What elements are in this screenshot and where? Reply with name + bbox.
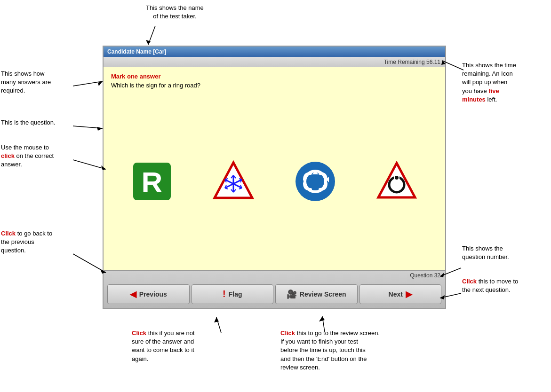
- arrow-timer: [440, 58, 466, 72]
- annotation-answers-text: This shows howmany answers arerequired.: [1, 70, 51, 94]
- next-arrow-icon: ▶: [406, 289, 412, 299]
- arrow-top-center: [141, 24, 169, 49]
- question-area: Mark one answer Which is the sign for a …: [104, 67, 445, 270]
- flag-button[interactable]: ! Flag: [192, 284, 274, 304]
- arrow-click: [71, 155, 113, 174]
- svg-marker-35: [101, 165, 106, 170]
- flag-icon: !: [223, 289, 226, 299]
- annotation-question-text: This is the question.: [1, 119, 56, 126]
- timer-label: Time Remaining 56.11: [384, 59, 440, 65]
- question-text: Which is the sign for a ring road?: [111, 82, 438, 89]
- footer-bar: Question 32 ◀ Previous ! Flag 🎥 Review S…: [104, 270, 445, 308]
- roundabout-sign: [294, 160, 336, 203]
- review-label: Review Screen: [300, 290, 346, 298]
- window-title: Candidate Name [Car]: [107, 48, 166, 55]
- review-screen-button[interactable]: 🎥 Review Screen: [275, 284, 358, 304]
- annotation-review-text: Click this to go to the review screen.If…: [280, 329, 380, 371]
- question-number-bar: Question 32: [104, 271, 445, 280]
- annotation-click-text: Use the mouse toclick on the correctansw…: [1, 144, 54, 168]
- annotation-next: Click this to move tothe next question.: [462, 277, 549, 294]
- answer-ring-road[interactable]: R: [126, 156, 178, 207]
- annotation-flag-text: Click this if you are notsure of the ans…: [132, 329, 195, 362]
- svg-marker-45: [319, 316, 325, 321]
- svg-line-28: [442, 61, 463, 70]
- annotation-next-text: Click this to move tothe next question.: [462, 278, 518, 293]
- timer-bar: Time Remaining 56.11: [104, 57, 445, 67]
- svg-line-30: [73, 81, 103, 86]
- give-way-sign: [375, 160, 418, 203]
- answer-icy-road[interactable]: [208, 156, 259, 207]
- annotation-answers: This shows howmany answers arerequired.: [1, 70, 79, 95]
- mark-one-answer: Mark one answer: [111, 73, 438, 80]
- arrow-back: [71, 249, 113, 275]
- svg-marker-33: [97, 127, 103, 131]
- arrow-next: [438, 289, 463, 305]
- flag-label: Flag: [229, 290, 242, 298]
- annotation-qnum-text: This shows thequestion number.: [462, 245, 509, 260]
- svg-marker-41: [440, 295, 445, 299]
- annotation-top-center-text: This shows the nameof the test taker.: [146, 4, 204, 20]
- question-number: Question 32: [410, 272, 440, 279]
- svg-text:R: R: [141, 166, 162, 198]
- review-icon: 🎥: [287, 289, 297, 299]
- main-window: Candidate Name [Car] Time Remaining 56.1…: [103, 46, 446, 309]
- svg-marker-39: [440, 273, 444, 277]
- arrow-qnum: [438, 263, 463, 280]
- nav-buttons: ◀ Previous ! Flag 🎥 Review Screen Next ▶: [104, 280, 445, 308]
- icy-road-sign: [212, 160, 255, 203]
- previous-arrow-icon: ◀: [130, 289, 136, 299]
- next-button[interactable]: Next ▶: [359, 284, 442, 304]
- ring-road-sign: R: [131, 160, 173, 203]
- answer-roundabout[interactable]: [289, 156, 341, 207]
- arrow-review: [315, 314, 334, 333]
- annotation-flag: Click this if you are notsure of the ans…: [132, 329, 240, 363]
- annotation-timer: This shows the timeremaining. An Iconwil…: [462, 61, 549, 104]
- answer-give-way[interactable]: [371, 156, 423, 207]
- previous-label: Previous: [139, 290, 167, 298]
- annotation-back: Click to go back tothe previousquestion.: [1, 229, 81, 255]
- annotation-timer-text: This shows the timeremaining. An Iconwil…: [462, 62, 516, 103]
- annotation-review: Click this to go to the review screen.If…: [280, 329, 450, 372]
- annotation-top-center: This shows the nameof the test taker.: [146, 4, 204, 21]
- arrow-flag: [212, 315, 231, 334]
- next-label: Next: [389, 290, 403, 298]
- previous-button[interactable]: ◀ Previous: [107, 284, 190, 304]
- arrow-answers: [71, 79, 108, 93]
- answers-grid: R: [111, 98, 438, 265]
- arrow-question: [71, 121, 108, 135]
- svg-marker-37: [100, 269, 106, 274]
- annotation-question: This is the question.: [1, 118, 79, 127]
- annotation-back-text: Click to go back tothe previousquestion.: [1, 230, 52, 254]
- svg-point-25: [395, 176, 399, 180]
- svg-line-34: [73, 160, 106, 169]
- svg-point-18: [295, 162, 335, 201]
- annotation-qnum: This shows thequestion number.: [462, 244, 549, 261]
